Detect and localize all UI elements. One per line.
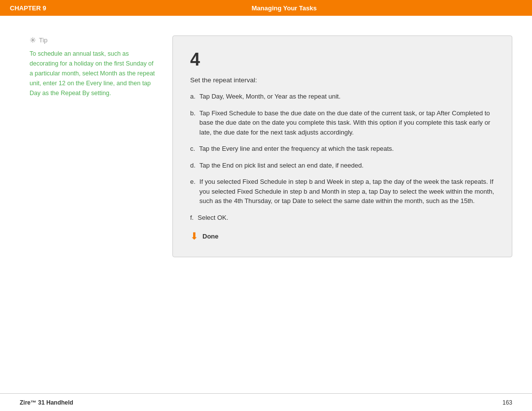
step-intro: Set the repeat interval: <box>190 76 495 84</box>
list-label-f: f. <box>190 213 194 223</box>
list-item: d. Tap the End on pick list and select a… <box>190 161 495 171</box>
footer-brand: Zire™ 31 Handheld <box>20 399 73 406</box>
footer-page-number: 163 <box>502 399 512 406</box>
list-text-a: Tap Day, Week, Month, or Year as the rep… <box>200 92 340 102</box>
list-item: f. Select OK. <box>190 213 495 223</box>
page-header: CHAPTER 9 Managing Your Tasks <box>0 0 532 16</box>
done-section: ⬇ Done <box>190 230 495 242</box>
list-text-c: Tap the Every line and enter the frequen… <box>199 144 394 154</box>
page-title: Managing Your Tasks <box>46 4 522 12</box>
step-list: a. Tap Day, Week, Month, or Year as the … <box>190 92 495 222</box>
brand-name: Zire™ 31 Handheld <box>20 399 73 406</box>
list-text-b: Tap Fixed Schedule to base the due date … <box>200 108 495 137</box>
list-text-d: Tap the End on pick list and select an e… <box>200 161 364 171</box>
page-footer: Zire™ 31 Handheld 163 <box>0 393 532 411</box>
tip-star-icon: ✳ <box>30 35 36 45</box>
list-item: c. Tap the Every line and enter the freq… <box>190 144 495 154</box>
tip-label: Tip <box>39 36 48 44</box>
step-box: 4 Set the repeat interval: a. Tap Day, W… <box>172 35 512 257</box>
sidebar-tip: ✳ Tip To schedule an annual task, such a… <box>30 35 158 257</box>
list-label-c: c. <box>190 144 195 154</box>
main-content: ✳ Tip To schedule an annual task, such a… <box>0 16 532 267</box>
done-label: Done <box>202 233 219 240</box>
tip-header: ✳ Tip <box>30 35 158 45</box>
step-number: 4 <box>190 51 495 68</box>
list-label-d: d. <box>190 161 196 171</box>
done-arrow-icon: ⬇ <box>190 230 199 242</box>
list-item: b. Tap Fixed Schedule to base the due da… <box>190 108 495 137</box>
list-text-e: If you selected Fixed Schedule in step b… <box>200 177 495 206</box>
list-label-e: e. <box>190 177 196 206</box>
list-label-b: b. <box>190 108 196 137</box>
list-item: a. Tap Day, Week, Month, or Year as the … <box>190 92 495 102</box>
list-text-f: Select OK. <box>198 213 228 223</box>
list-item: e. If you selected Fixed Schedule in ste… <box>190 177 495 206</box>
list-label-a: a. <box>190 92 196 102</box>
chapter-label: CHAPTER 9 <box>10 4 46 12</box>
tip-body: To schedule an annual task, such as deco… <box>30 49 158 98</box>
